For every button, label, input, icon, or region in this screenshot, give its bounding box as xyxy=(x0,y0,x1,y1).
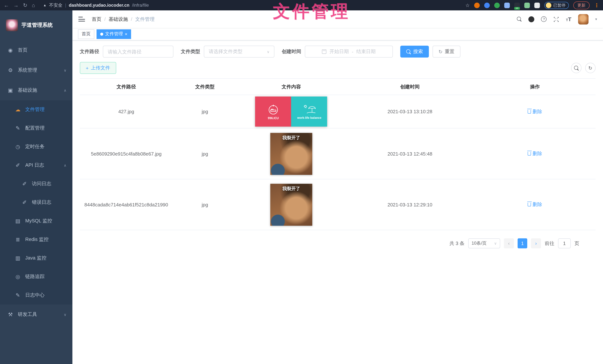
file-type-label: 文件类型 xyxy=(181,48,200,55)
sidebar-item-api-logs[interactable]: ✐ API 日志 ∧ xyxy=(0,156,72,174)
address-bar[interactable]: ▲ 不安全 | dashboard.yudao.iocoder.cn /infr… xyxy=(43,2,149,8)
insecure-warning-icon: ▲ xyxy=(43,3,46,7)
refresh-table-button[interactable]: ↻ xyxy=(585,63,596,73)
calendar-icon xyxy=(322,49,326,54)
filter-form: 文件路径 文件类型 请选择文件类型 ∨ 创建时间 xyxy=(80,46,596,57)
chevron-up-icon: ∧ xyxy=(64,88,67,92)
dashboard-icon: ◉ xyxy=(7,47,13,53)
delete-button[interactable]: 删除 xyxy=(528,150,542,157)
delete-button[interactable]: 删除 xyxy=(528,201,542,208)
file-table: 文件路径 文件类型 文件内容 创建时间 操作 427.jpg jpg xyxy=(80,78,596,230)
reset-button[interactable]: ↻ 重置 xyxy=(433,46,460,57)
tools-icon: ⚒ xyxy=(7,311,13,318)
vpn-extension-icon[interactable]: on xyxy=(514,2,520,8)
upload-button-label: 上传文件 xyxy=(91,65,110,71)
prev-page-button[interactable]: ‹ xyxy=(504,238,514,248)
breadcrumb-current: 文件管理 xyxy=(135,16,155,23)
delete-label: 删除 xyxy=(533,201,542,208)
date-range-picker[interactable]: 开始日期 - 结束日期 xyxy=(305,46,393,57)
leaf-extension-icon[interactable] xyxy=(524,2,530,8)
file-path-input[interactable] xyxy=(103,46,174,57)
delete-button[interactable]: 删除 xyxy=(528,108,542,115)
created-time-cell: 2021-03-13 12:45:48 xyxy=(346,151,475,157)
timer-icon: ◷ xyxy=(15,144,21,150)
sidebar-item-dev-tools[interactable]: ⚒ 研发工具 ∨ xyxy=(0,304,72,324)
app-logo: 芋道管理系统 xyxy=(0,10,72,40)
file-path-cell: 5e8609290e915c4fa8b08e67.jpg xyxy=(80,151,173,157)
back-icon[interactable]: ← xyxy=(4,2,9,8)
browser-menu-icon[interactable]: ⋮ xyxy=(594,2,599,8)
search-icon[interactable] xyxy=(517,17,522,22)
puzzle-extension-icon[interactable] xyxy=(534,2,540,8)
breadcrumb-separator: / xyxy=(104,16,106,22)
github-icon[interactable] xyxy=(529,16,534,22)
hamburger-icon[interactable] xyxy=(78,17,85,22)
cloud-file-icon: ☁ xyxy=(15,107,21,113)
file-preview-image[interactable]: 我裂开了 xyxy=(270,133,312,175)
search-button[interactable]: 搜索 xyxy=(400,46,429,57)
close-icon[interactable]: × xyxy=(125,32,127,36)
grid-extension-icon[interactable] xyxy=(504,2,510,8)
page-size-select[interactable]: 10条/页 ∨ xyxy=(468,238,500,248)
browser-profile-button[interactable]: 已暂停 xyxy=(544,2,569,9)
gear-extension-icon[interactable] xyxy=(474,2,480,8)
sidebar-item-log-center[interactable]: ✎ 日志中心 xyxy=(0,286,72,304)
stack-icon: ≣ xyxy=(15,237,21,242)
gear-icon: ⚙ xyxy=(7,67,13,73)
profile-paused-label: 已暂停 xyxy=(553,2,566,8)
user-avatar[interactable] xyxy=(578,14,589,24)
breadcrumb: 首页 / 基础设施 / 文件管理 xyxy=(92,16,155,23)
sidebar-item-config-management[interactable]: ✎ 配置管理 xyxy=(0,119,72,137)
help-icon[interactable]: ? xyxy=(541,16,547,22)
edit-icon: ✎ xyxy=(15,125,21,131)
home-icon[interactable]: ⌂ xyxy=(32,2,35,8)
browser-update-button[interactable]: 更新 xyxy=(573,1,590,9)
forward-icon[interactable]: → xyxy=(13,2,19,8)
file-path-cell: 427.jpg xyxy=(80,109,173,114)
reset-button-label: 重置 xyxy=(445,48,454,55)
goto-page-input[interactable] xyxy=(558,238,571,248)
logo-image xyxy=(6,19,18,31)
file-type-cell: jpg xyxy=(173,202,237,207)
file-type-select[interactable]: 请选择文件类型 ∨ xyxy=(204,46,274,57)
sidebar-item-scheduled-tasks[interactable]: ◷ 定时任务 xyxy=(0,137,72,156)
tab-label: 文件管理 xyxy=(105,31,123,37)
sidebar-item-label: 基础设施 xyxy=(18,87,37,93)
end-date-placeholder: 结束日期 xyxy=(356,48,376,55)
upload-file-button[interactable]: + 上传文件 xyxy=(80,62,116,74)
font-size-icon[interactable]: TT xyxy=(566,16,571,22)
sidebar-item-error-log[interactable]: ✐ 错误日志 xyxy=(0,193,72,212)
edit-icon: ✎ xyxy=(15,292,21,298)
sidebar-item-access-log[interactable]: ✐ 访问日志 xyxy=(0,174,72,193)
file-preview-image[interactable]: 我裂开了 xyxy=(270,183,312,226)
reload-icon[interactable]: ↻ xyxy=(23,2,27,8)
column-header-actions: 操作 xyxy=(474,83,596,90)
file-preview-image[interactable]: 996.ICU xyxy=(255,97,327,126)
current-page-button[interactable]: 1 xyxy=(518,238,527,248)
sidebar-item-system[interactable]: ⚙ 系统管理 ∨ xyxy=(0,60,72,80)
sidebar-item-trace[interactable]: ◎ 链路追踪 xyxy=(0,267,72,286)
chevron-down-icon: ∨ xyxy=(267,50,270,54)
bookmark-star-icon[interactable]: ☆ xyxy=(465,2,470,8)
sidebar-item-label: 链路追踪 xyxy=(25,273,45,280)
sidebar-item-home[interactable]: ◉ 首页 xyxy=(0,40,72,60)
pin-extension-icon[interactable] xyxy=(484,2,490,8)
chevron-down-icon: ∨ xyxy=(494,241,497,245)
next-page-button[interactable]: › xyxy=(531,238,541,248)
fullscreen-icon[interactable]: ↖ ↗ ↙ ↘ xyxy=(553,16,559,22)
check-extension-icon[interactable] xyxy=(494,2,500,8)
sidebar-item-infrastructure[interactable]: ▣ 基础设施 ∧ xyxy=(0,80,72,100)
tags-view-bar: 首页 文件管理 × xyxy=(72,28,603,40)
sidebar-item-redis-monitor[interactable]: ≣ Redis 监控 xyxy=(0,230,72,249)
toggle-search-button[interactable] xyxy=(571,63,581,73)
sidebar-item-mysql-monitor[interactable]: ▤ MySQL 监控 xyxy=(0,212,72,230)
tab-file-management[interactable]: 文件管理 × xyxy=(96,29,131,39)
sidebar-item-java-monitor[interactable]: ▥ Java 监控 xyxy=(0,249,72,267)
work-life-label: work-life balance xyxy=(297,116,321,119)
create-time-label: 创建时间 xyxy=(282,48,301,55)
caret-down-icon[interactable]: ▾ xyxy=(595,17,597,21)
breadcrumb-home[interactable]: 首页 xyxy=(92,16,101,23)
url-path: /infra/file xyxy=(132,3,149,8)
sidebar-item-file-management[interactable]: ☁ 文件管理 xyxy=(0,100,72,119)
tab-home[interactable]: 首页 xyxy=(78,29,94,39)
